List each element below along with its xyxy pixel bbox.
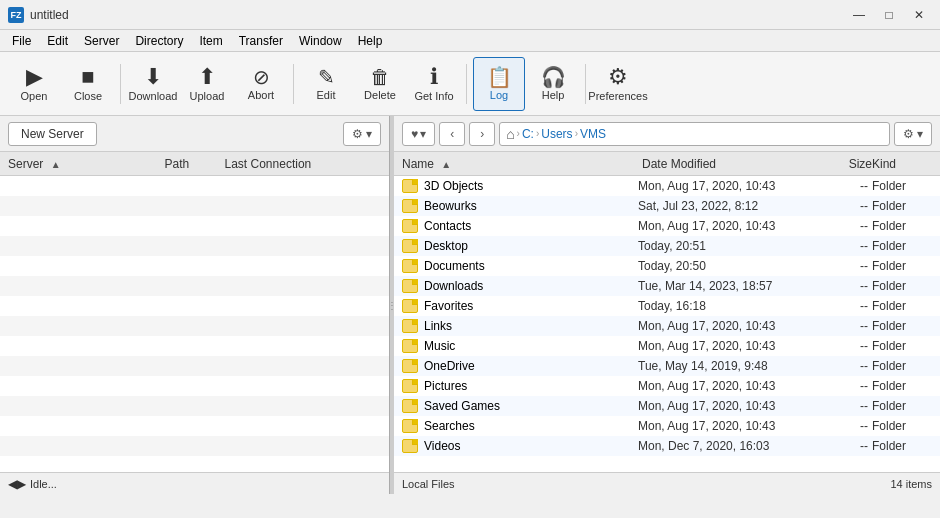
folder-icon: [402, 379, 418, 393]
server-table[interactable]: Server ▲ Path Last Connection: [0, 152, 389, 472]
file-table[interactable]: Name ▲ Date Modified Size Kind 3D Object…: [394, 152, 940, 472]
file-name: Pictures: [424, 379, 467, 393]
server-row[interactable]: [0, 296, 389, 316]
menu-directory[interactable]: Directory: [127, 32, 191, 50]
server-row[interactable]: [0, 176, 389, 196]
menu-server[interactable]: Server: [76, 32, 127, 50]
folder-icon: [402, 439, 418, 453]
menu-window[interactable]: Window: [291, 32, 350, 50]
file-row[interactable]: Downloads Tue, Mar 14, 2023, 18:57 -- Fo…: [394, 276, 940, 296]
right-panel: ♥ ▾ ‹ › ⌂ › C: › Users › VMS: [394, 116, 940, 494]
file-row[interactable]: Searches Mon, Aug 17, 2020, 10:43 -- Fol…: [394, 416, 940, 436]
server-row[interactable]: [0, 456, 389, 472]
close-button[interactable]: ✕: [906, 5, 932, 25]
size-col-header: Size: [822, 157, 872, 171]
server-row[interactable]: [0, 236, 389, 256]
file-date: Mon, Aug 17, 2020, 10:43: [638, 219, 818, 233]
nav-back-button[interactable]: ‹: [439, 122, 465, 146]
breadcrumb-home[interactable]: ⌂: [506, 126, 514, 142]
server-row[interactable]: [0, 316, 389, 336]
item-count: 14 items: [890, 478, 932, 490]
delete-button[interactable]: 🗑 Delete: [354, 57, 406, 111]
file-name: Links: [424, 319, 452, 333]
open-label: Open: [21, 90, 48, 102]
file-size: --: [818, 419, 868, 433]
left-gear-button[interactable]: ⚙ ▾: [343, 122, 381, 146]
upload-label: Upload: [190, 90, 225, 102]
preferences-button[interactable]: ⚙ Preferences: [592, 57, 644, 111]
log-icon: 📋: [487, 67, 512, 87]
separator-3: [466, 64, 467, 104]
file-date: Tue, Mar 14, 2023, 18:57: [638, 279, 818, 293]
breadcrumb-drive[interactable]: C:: [522, 127, 534, 141]
menu-file[interactable]: File: [4, 32, 39, 50]
chevron-down-icon: ▾: [366, 127, 372, 141]
file-name: Desktop: [424, 239, 468, 253]
favorites-button[interactable]: ♥ ▾: [402, 122, 435, 146]
file-date: Today, 20:51: [638, 239, 818, 253]
edit-button[interactable]: ✎ Edit: [300, 57, 352, 111]
file-row[interactable]: 3D Objects Mon, Aug 17, 2020, 10:43 -- F…: [394, 176, 940, 196]
folder-icon: [402, 319, 418, 333]
name-col-header: Name ▲: [402, 157, 642, 171]
file-row[interactable]: Desktop Today, 20:51 -- Folder: [394, 236, 940, 256]
server-row[interactable]: [0, 376, 389, 396]
server-row[interactable]: [0, 416, 389, 436]
server-row[interactable]: [0, 436, 389, 456]
file-name: Music: [424, 339, 455, 353]
breadcrumb-vms[interactable]: VMS: [580, 127, 606, 141]
help-icon: 🎧: [541, 67, 566, 87]
server-row[interactable]: [0, 216, 389, 236]
server-row[interactable]: [0, 276, 389, 296]
file-name: Searches: [424, 419, 475, 433]
log-button[interactable]: 📋 Log: [473, 57, 525, 111]
menu-help[interactable]: Help: [350, 32, 391, 50]
file-row[interactable]: Saved Games Mon, Aug 17, 2020, 10:43 -- …: [394, 396, 940, 416]
file-size: --: [818, 379, 868, 393]
right-gear-icon: ⚙: [903, 127, 914, 141]
file-row[interactable]: Beowurks Sat, Jul 23, 2022, 8:12 -- Fold…: [394, 196, 940, 216]
menu-edit[interactable]: Edit: [39, 32, 76, 50]
file-name-cell: Pictures: [402, 379, 638, 393]
file-size: --: [818, 439, 868, 453]
minimize-button[interactable]: —: [846, 5, 872, 25]
file-row[interactable]: Contacts Mon, Aug 17, 2020, 10:43 -- Fol…: [394, 216, 940, 236]
server-row[interactable]: [0, 256, 389, 276]
file-name: 3D Objects: [424, 179, 483, 193]
date-col-header: Date Modified: [642, 157, 822, 171]
nav-forward-button[interactable]: ›: [469, 122, 495, 146]
help-button[interactable]: 🎧 Help: [527, 57, 579, 111]
server-row[interactable]: [0, 336, 389, 356]
file-date: Mon, Aug 17, 2020, 10:43: [638, 179, 818, 193]
folder-icon: [402, 339, 418, 353]
file-size: --: [818, 219, 868, 233]
file-name-cell: Beowurks: [402, 199, 638, 213]
close-button[interactable]: ■ Close: [62, 57, 114, 111]
file-row[interactable]: Videos Mon, Dec 7, 2020, 16:03 -- Folder: [394, 436, 940, 456]
maximize-button[interactable]: □: [876, 5, 902, 25]
status-arrow-icon: ◀▶: [8, 477, 26, 491]
server-rows: [0, 176, 389, 472]
upload-button[interactable]: ⬆ Upload: [181, 57, 233, 111]
menu-transfer[interactable]: Transfer: [231, 32, 291, 50]
file-row[interactable]: Pictures Mon, Aug 17, 2020, 10:43 -- Fol…: [394, 376, 940, 396]
main-content: New Server ⚙ ▾ Server ▲ Path Last Connec…: [0, 116, 940, 494]
abort-button[interactable]: ⊘ Abort: [235, 57, 287, 111]
file-row[interactable]: Links Mon, Aug 17, 2020, 10:43 -- Folder: [394, 316, 940, 336]
breadcrumb-users[interactable]: Users: [541, 127, 572, 141]
server-row[interactable]: [0, 396, 389, 416]
server-row[interactable]: [0, 196, 389, 216]
get-info-button[interactable]: ℹ Get Info: [408, 57, 460, 111]
server-row[interactable]: [0, 356, 389, 376]
download-button[interactable]: ⬇ Download: [127, 57, 179, 111]
file-row[interactable]: Music Mon, Aug 17, 2020, 10:43 -- Folder: [394, 336, 940, 356]
menu-item[interactable]: Item: [191, 32, 230, 50]
right-gear-button[interactable]: ⚙ ▾: [894, 122, 932, 146]
file-size: --: [818, 399, 868, 413]
download-icon: ⬇: [144, 66, 162, 88]
file-row[interactable]: OneDrive Tue, May 14, 2019, 9:48 -- Fold…: [394, 356, 940, 376]
file-row[interactable]: Documents Today, 20:50 -- Folder: [394, 256, 940, 276]
open-button[interactable]: ▶ Open: [8, 57, 60, 111]
new-server-button[interactable]: New Server: [8, 122, 97, 146]
file-row[interactable]: Favorites Today, 16:18 -- Folder: [394, 296, 940, 316]
